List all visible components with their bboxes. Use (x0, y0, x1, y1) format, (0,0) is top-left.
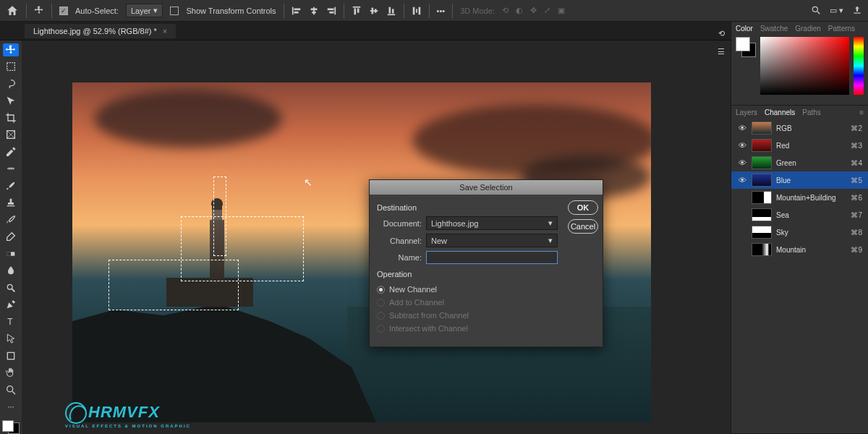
marquee-tool[interactable] (3, 61, 19, 74)
history-panel-icon[interactable]: ⟲ (718, 29, 725, 38)
panel-menu-icon[interactable]: ≡ (859, 109, 864, 116)
pen-tool[interactable] (3, 299, 19, 312)
history-brush-tool[interactable] (3, 213, 19, 226)
tab-channels[interactable]: Channels (765, 109, 795, 116)
color-swatch-pair[interactable] (736, 37, 756, 57)
right-dock: Color Swatche Gradien Patterns Layers Ch… (731, 22, 868, 434)
healing-tool[interactable] (3, 163, 19, 176)
workspace-icon[interactable]: ▭ ▾ (830, 6, 843, 15)
channel-row[interactable]: 👁Sea⌘7 (731, 206, 868, 224)
share-icon[interactable] (852, 5, 862, 17)
selection-marquee (181, 216, 304, 281)
search-icon[interactable] (811, 5, 821, 17)
autoselect-dropdown[interactable]: Layer▾ (126, 4, 163, 17)
separator (284, 4, 284, 18)
visibility-icon[interactable]: 👁 (737, 141, 747, 150)
align-left-icon[interactable] (292, 6, 302, 16)
tab-gradients[interactable]: Gradien (795, 25, 821, 33)
brush-tool[interactable] (3, 179, 19, 192)
visibility-icon[interactable]: 👁 (737, 158, 747, 167)
lasso-tool[interactable] (3, 77, 19, 90)
svg-rect-0 (292, 7, 293, 14)
properties-panel-icon[interactable]: ☰ (718, 47, 725, 56)
dodge-tool[interactable] (3, 281, 19, 294)
svg-rect-6 (334, 7, 336, 14)
tab-layers[interactable]: Layers (736, 109, 757, 116)
svg-line-22 (817, 11, 820, 14)
quickselect-tool[interactable] (3, 95, 19, 108)
eyedropper-tool[interactable] (3, 145, 19, 158)
channel-dropdown[interactable]: New▾ (426, 234, 558, 247)
options-bar: ✓ Auto-Select: Layer▾ Show Transform Con… (0, 0, 868, 22)
type-tool[interactable]: T (3, 315, 19, 328)
channel-row[interactable]: 👁Green⌘4 (731, 154, 868, 171)
svg-rect-5 (312, 11, 315, 13)
color-field[interactable] (760, 37, 849, 95)
frame-tool[interactable] (3, 129, 19, 142)
separator (344, 4, 344, 18)
document-dropdown[interactable]: Lighthose.jpg▾ (426, 216, 558, 230)
channel-name: RGB (776, 124, 846, 132)
operation-label: Operation (377, 270, 558, 278)
channel-row[interactable]: 👁RGB⌘2 (731, 119, 868, 137)
svg-rect-9 (352, 6, 360, 7)
svg-rect-13 (371, 7, 373, 14)
hue-slider[interactable] (854, 37, 864, 95)
name-input[interactable] (426, 251, 558, 264)
op-newchannel[interactable]: New Channel (375, 283, 558, 296)
transform-checkbox[interactable] (170, 7, 179, 15)
cancel-button[interactable]: Cancel (568, 219, 598, 234)
crop-tool[interactable] (3, 111, 19, 124)
op-add: Add to Channel (375, 296, 558, 309)
edit-toolbar-icon[interactable]: ··· (3, 401, 19, 414)
channel-name: Mountain+Building (776, 194, 846, 202)
channel-row[interactable]: 👁Blue⌘5 (731, 171, 868, 189)
channel-thumb (752, 139, 772, 152)
channel-row[interactable]: 👁Sky⌘8 (731, 224, 868, 241)
path-select-tool[interactable] (3, 333, 19, 346)
gradient-tool[interactable] (3, 247, 19, 260)
autoselect-checkbox[interactable]: ✓ (59, 7, 68, 15)
svg-point-30 (10, 169, 11, 169)
zoom-tool[interactable] (3, 383, 19, 396)
align-bottom-icon[interactable] (386, 6, 396, 16)
tab-swatches[interactable]: Swatche (760, 25, 788, 33)
channel-row[interactable]: 👁Mountain⌘9 (731, 241, 868, 258)
radio-icon (377, 299, 385, 307)
move-tool-icon (34, 5, 44, 17)
align-vcenter-icon[interactable] (369, 6, 379, 16)
channel-shortcut: ⌘4 (851, 159, 862, 167)
channel-row[interactable]: 👁Mountain+Building⌘6 (731, 189, 868, 206)
channel-row[interactable]: 👁Red⌘3 (731, 137, 868, 154)
tab-patterns[interactable]: Patterns (828, 25, 855, 33)
separator (452, 4, 453, 18)
visibility-icon[interactable]: 👁 (737, 176, 747, 184)
tab-paths[interactable]: Paths (802, 109, 821, 116)
move-tool[interactable] (3, 43, 19, 56)
mode3d-label: 3D Mode: (460, 7, 495, 15)
align-top-icon[interactable] (352, 6, 362, 16)
channel-thumb (752, 226, 772, 239)
ok-button[interactable]: OK (568, 200, 598, 215)
align-hcenter-icon[interactable] (309, 6, 319, 16)
radio-icon (377, 286, 385, 294)
close-icon[interactable]: × (163, 27, 167, 35)
tab-color[interactable]: Color (736, 25, 753, 33)
stamp-tool[interactable] (3, 197, 19, 210)
more-options-icon[interactable]: ••• (437, 7, 446, 15)
hand-tool[interactable] (3, 367, 19, 380)
document-tab[interactable]: Lighthose.jpg @ 52.9% (RGB/8#) * × (25, 24, 176, 38)
align-right-icon[interactable] (326, 6, 336, 16)
channel-name: Mountain (776, 246, 846, 254)
home-icon[interactable] (6, 4, 19, 17)
svg-rect-15 (387, 14, 395, 15)
svg-rect-19 (418, 7, 420, 14)
channel-shortcut: ⌘6 (851, 194, 862, 202)
visibility-icon[interactable]: 👁 (737, 124, 747, 132)
eraser-tool[interactable] (3, 231, 19, 244)
foreground-background-swatch[interactable] (2, 420, 20, 434)
shape-tool[interactable] (3, 349, 19, 362)
distribute-icon[interactable] (412, 6, 422, 16)
blur-tool[interactable] (3, 265, 19, 278)
destination-label: Destination (377, 203, 558, 212)
